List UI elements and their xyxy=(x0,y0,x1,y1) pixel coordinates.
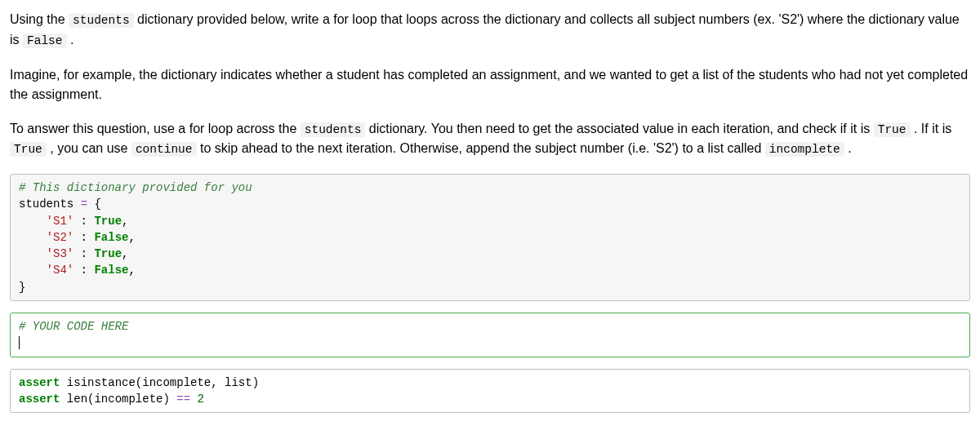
inline-code-false: False xyxy=(23,33,67,48)
code-cell-asserts[interactable]: assert isinstance(incomplete, list) asse… xyxy=(10,369,970,414)
code-operator: = xyxy=(81,197,87,211)
code-keyword: True xyxy=(94,247,122,260)
inline-code-true: True xyxy=(10,142,47,157)
inline-code-true: True xyxy=(874,122,911,137)
code-cell-provided-dictionary[interactable]: # This dictionary provided for you stude… xyxy=(10,174,970,301)
instruction-paragraph-1: Using the students dictionary provided b… xyxy=(10,10,970,51)
code-keyword: True xyxy=(94,215,122,228)
text: . If it is xyxy=(911,122,952,135)
code-string: 'S1' xyxy=(47,215,74,228)
code-keyword: assert xyxy=(19,376,60,389)
code-text: students xyxy=(19,197,81,211)
code-cell-your-code[interactable]: # YOUR CODE HERE xyxy=(10,313,970,357)
text-cursor-icon xyxy=(19,336,20,349)
inline-code-students: students xyxy=(301,122,366,137)
instruction-paragraph-3: To answer this question, use a for loop … xyxy=(10,119,970,160)
code-text: , xyxy=(128,264,135,277)
code-text: isinstance(incomplete, list) xyxy=(60,376,259,389)
inline-code-continue: continue xyxy=(131,142,197,157)
code-comment: # YOUR CODE HERE xyxy=(19,320,128,333)
inline-code-students: students xyxy=(69,13,134,28)
code-text: , xyxy=(122,215,128,228)
text: dictionary. You then need to get the ass… xyxy=(365,122,873,135)
inline-code-incomplete: incomplete xyxy=(765,142,844,157)
code-number: 2 xyxy=(197,393,203,406)
text: . xyxy=(67,33,74,47)
code-keyword: assert xyxy=(19,393,60,406)
instruction-paragraph-2: Imagine, for example, the dictionary ind… xyxy=(10,65,970,104)
text: dictionary provided below, write a for l… xyxy=(10,12,960,47)
code-text: } xyxy=(19,281,25,294)
code-keyword: False xyxy=(94,231,128,244)
text: . xyxy=(844,141,852,155)
code-text: : xyxy=(74,215,94,228)
code-string: 'S2' xyxy=(47,231,74,244)
text: , you can use xyxy=(47,141,131,155)
text: To answer this question, use a for loop … xyxy=(10,122,301,135)
text: Imagine, for example, the dictionary ind… xyxy=(10,65,970,104)
code-text: , xyxy=(128,231,135,244)
text: Using the xyxy=(10,12,69,26)
code-keyword: False xyxy=(94,264,128,277)
code-text: { xyxy=(87,197,101,211)
code-text: : xyxy=(74,264,94,277)
text: to skip ahead to the next iteration. Oth… xyxy=(197,141,765,155)
code-comment: # This dictionary provided for you xyxy=(19,181,252,194)
code-text: , xyxy=(122,247,128,260)
code-text: : xyxy=(74,247,94,260)
code-string: 'S3' xyxy=(47,247,74,260)
code-text: len(incomplete) xyxy=(60,393,176,406)
code-operator: == xyxy=(176,393,190,406)
code-string: 'S4' xyxy=(47,264,74,277)
code-text: : xyxy=(74,231,94,244)
